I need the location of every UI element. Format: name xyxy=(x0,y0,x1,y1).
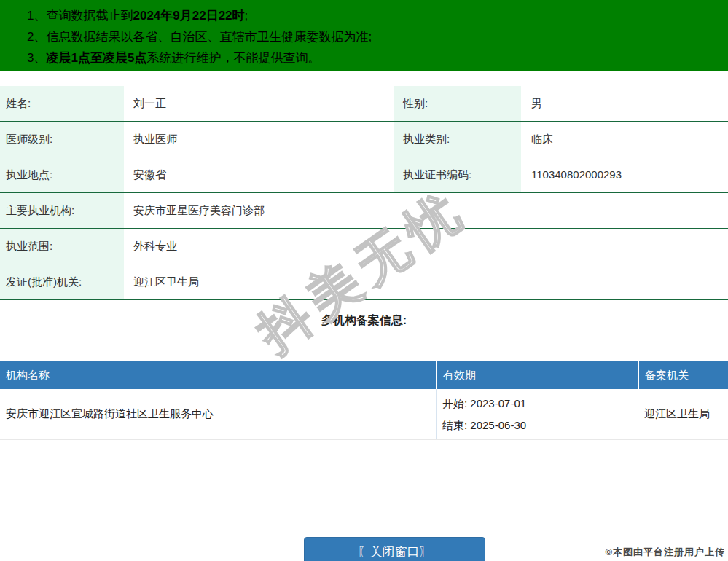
validity-start: 开始: 2023-07-01 xyxy=(442,393,638,415)
field-value-certificate-no: 110340802000293 xyxy=(521,157,728,192)
field-label-certificate-no: 执业证书编码: xyxy=(394,157,521,192)
table-row: 医师级别: 执业医师 执业类别: 临床 xyxy=(0,122,728,157)
cell-validity: 开始: 2023-07-01 结束: 2025-06-30 xyxy=(436,389,638,439)
multi-institution-section-title: 多机构备案信息: xyxy=(0,300,728,340)
field-label-practice-type: 执业类别: xyxy=(394,122,521,157)
cell-record-authority: 迎江区卫生局 xyxy=(638,389,728,439)
notice-banner: 1、查询数据截止到2024年9月22日22时; 2、信息数据结果以各省、自治区、… xyxy=(0,0,728,71)
column-header-org-name: 机构名称 xyxy=(0,361,436,389)
table-row: 发证(批准)机关: 迎江区卫生局 xyxy=(0,264,728,300)
table-header-row: 机构名称 有效期 备案机关 xyxy=(0,361,728,389)
notice-text: ; xyxy=(245,9,248,23)
table-row: 姓名: 刘一正 性别: 男 xyxy=(0,86,728,122)
multi-institution-table: 机构名称 有效期 备案机关 安庆市迎江区宜城路街道社区卫生服务中心 开始: 20… xyxy=(0,361,728,440)
field-label-practice-location: 执业地点: xyxy=(0,157,124,192)
notice-number: 3、 xyxy=(27,47,46,68)
field-value-gender: 男 xyxy=(521,86,728,121)
field-label-doctor-level: 医师级别: xyxy=(0,122,124,157)
table-row: 主要执业机构: 安庆市亚星医疗美容门诊部 xyxy=(0,193,728,229)
notice-number: 2、 xyxy=(27,26,46,47)
notice-text-bold: 凌晨1点至凌晨5点 xyxy=(46,51,146,65)
validity-end: 结束: 2025-06-30 xyxy=(442,415,638,436)
notice-text-bold: 2024年9月22日22时 xyxy=(133,9,244,23)
field-label-name: 姓名: xyxy=(0,86,124,121)
table-row: 执业范围: 外科专业 xyxy=(0,229,728,264)
notice-line-3: 3、凌晨1点至凌晨5点系统进行维护，不能提供查询。 xyxy=(0,47,728,68)
field-value-issuing-authority: 迎江区卫生局 xyxy=(124,264,728,299)
notice-text: 查询数据截止到 xyxy=(46,9,133,23)
uploader-copyright-stamp: ©本图由平台注册用户上传 xyxy=(605,546,725,559)
field-label-gender: 性别: xyxy=(394,86,521,121)
doctor-license-result-page: 1、查询数据截止到2024年9月22日22时; 2、信息数据结果以各省、自治区、… xyxy=(0,0,728,561)
column-header-authority: 备案机关 xyxy=(638,361,728,389)
field-label-practice-scope: 执业范围: xyxy=(0,229,124,264)
field-value-main-institution: 安庆市亚星医疗美容门诊部 xyxy=(124,193,728,228)
field-value-practice-location: 安徽省 xyxy=(124,157,394,192)
notice-line-2: 2、信息数据结果以各省、自治区、直辖市卫生健康委数据为准; xyxy=(0,26,728,47)
field-value-practice-scope: 外科专业 xyxy=(124,229,728,264)
field-label-main-institution: 主要执业机构: xyxy=(0,193,124,228)
notice-text: 信息数据结果以各省、自治区、直辖市卫生健康委数据为准; xyxy=(46,30,372,44)
field-value-doctor-level: 执业医师 xyxy=(124,122,394,157)
close-window-button[interactable]: 〖关闭窗口〗 xyxy=(304,537,485,561)
table-row: 安庆市迎江区宜城路街道社区卫生服务中心 开始: 2023-07-01 结束: 2… xyxy=(0,389,728,440)
field-value-practice-type: 临床 xyxy=(521,122,728,157)
field-value-name: 刘一正 xyxy=(124,86,394,121)
notice-text: 系统进行维护，不能提供查询。 xyxy=(146,51,320,65)
notice-number: 1、 xyxy=(27,5,46,26)
doctor-info-table: 姓名: 刘一正 性别: 男 医师级别: 执业医师 执业类别: 临床 执业地点: … xyxy=(0,86,728,300)
table-row: 执业地点: 安徽省 执业证书编码: 110340802000293 xyxy=(0,157,728,193)
cell-org-name: 安庆市迎江区宜城路街道社区卫生服务中心 xyxy=(0,389,436,439)
column-header-validity: 有效期 xyxy=(436,361,638,389)
field-label-issuing-authority: 发证(批准)机关: xyxy=(0,264,124,299)
notice-line-1: 1、查询数据截止到2024年9月22日22时; xyxy=(0,5,728,26)
